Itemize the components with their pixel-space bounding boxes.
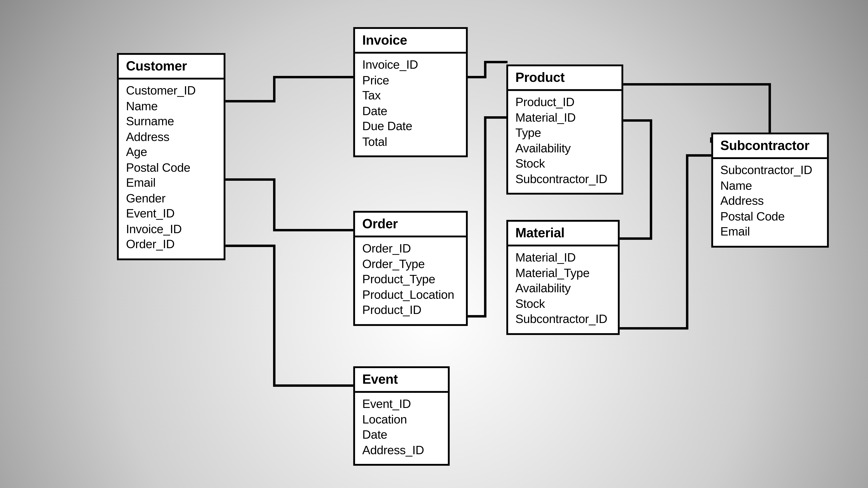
entity-field: Location xyxy=(362,412,440,427)
entity-field: Subcontractor_ID xyxy=(515,171,614,187)
entity-field: Event_ID xyxy=(126,206,216,221)
entity-title: Product xyxy=(508,66,622,91)
entity-field: Stock xyxy=(515,156,614,171)
entity-field: Availability xyxy=(515,281,611,296)
entity-field: Order_ID xyxy=(126,237,216,252)
entity-field: Date xyxy=(362,427,440,443)
entity-field: Product_ID xyxy=(362,302,459,318)
entity-fields: Event_ID Location Date Address_ID xyxy=(355,393,448,464)
entity-field: Total xyxy=(362,134,459,150)
entity-field: Email xyxy=(720,224,820,239)
entity-material: Material Material_ID Material_Type Avail… xyxy=(506,220,620,335)
entity-title: Event xyxy=(355,368,448,393)
entity-field: Event_ID xyxy=(362,396,440,412)
entity-field: Availability xyxy=(515,141,614,156)
entity-field: Date xyxy=(362,103,459,119)
entity-field: Price xyxy=(362,73,459,88)
entity-field: Address_ID xyxy=(362,443,440,458)
entity-field: Subcontractor_ID xyxy=(515,312,611,327)
entity-customer: Customer Customer_ID Name Surname Addres… xyxy=(117,53,225,260)
entity-field: Material_ID xyxy=(515,110,614,125)
entity-field: Material_Type xyxy=(515,265,611,281)
entity-field: Age xyxy=(126,144,216,160)
entity-subcontractor: Subcontractor Subcontractor_ID Name Addr… xyxy=(711,132,829,247)
entity-title: Material xyxy=(508,222,618,247)
entity-field: Product_ID xyxy=(515,95,614,110)
entity-field: Email xyxy=(126,175,216,191)
entity-title: Order xyxy=(355,213,466,237)
entity-field: Name xyxy=(126,98,216,114)
entity-field: Product_Location xyxy=(362,287,459,302)
entity-fields: Subcontractor_ID Name Address Postal Cod… xyxy=(713,159,827,246)
entity-field: Address xyxy=(126,129,216,144)
entity-field: Address xyxy=(720,193,820,209)
entity-field: Name xyxy=(720,178,820,193)
entity-fields: Order_ID Order_Type Product_Type Product… xyxy=(355,237,466,324)
entity-field: Invoice_ID xyxy=(362,57,459,73)
entity-field: Gender xyxy=(126,191,216,206)
entity-field: Invoice_ID xyxy=(126,221,216,237)
entity-field: Subcontractor_ID xyxy=(720,163,820,178)
entity-field: Stock xyxy=(515,296,611,312)
entity-title: Customer xyxy=(119,55,224,79)
entity-field: Postal Code xyxy=(720,209,820,224)
entity-title: Invoice xyxy=(355,29,466,54)
entity-field: Due Date xyxy=(362,119,459,134)
entity-field: Order_ID xyxy=(362,241,459,256)
entity-order: Order Order_ID Order_Type Product_Type P… xyxy=(353,211,468,326)
entity-field: Order_Type xyxy=(362,256,459,272)
entity-fields: Material_ID Material_Type Availability S… xyxy=(508,246,618,333)
entity-field: Tax xyxy=(362,88,459,103)
entity-event: Event Event_ID Location Date Address_ID xyxy=(353,366,450,466)
entity-field: Surname xyxy=(126,114,216,129)
entity-product: Product Product_ID Material_ID Type Avai… xyxy=(506,65,623,195)
entity-fields: Product_ID Material_ID Type Availability… xyxy=(508,91,622,193)
entity-fields: Invoice_ID Price Tax Date Due Date Total xyxy=(355,54,466,156)
entity-field: Postal Code xyxy=(126,160,216,175)
entity-field: Material_ID xyxy=(515,250,611,265)
entity-field: Product_Type xyxy=(362,272,459,287)
entity-fields: Customer_ID Name Surname Address Age Pos… xyxy=(119,79,224,258)
entity-invoice: Invoice Invoice_ID Price Tax Date Due Da… xyxy=(353,27,468,157)
er-diagram-canvas: Customer Customer_ID Name Surname Addres… xyxy=(0,0,868,488)
entity-field: Type xyxy=(515,125,614,141)
entity-field: Customer_ID xyxy=(126,83,216,98)
entity-title: Subcontractor xyxy=(713,134,827,159)
